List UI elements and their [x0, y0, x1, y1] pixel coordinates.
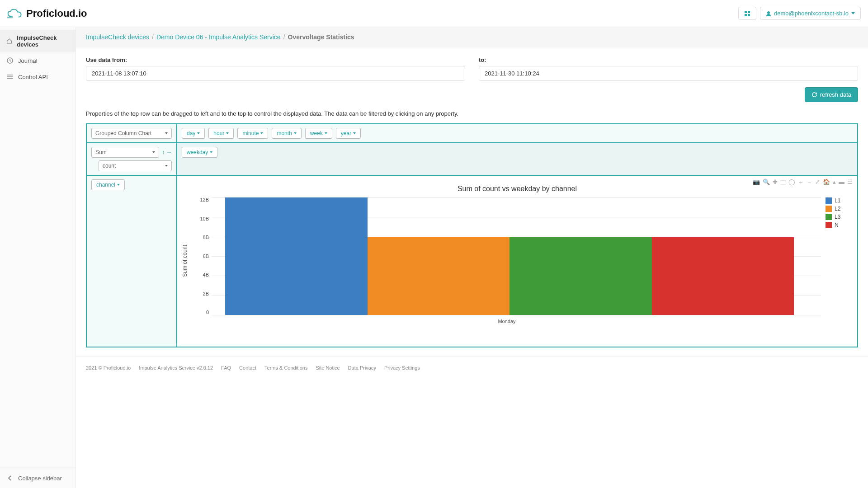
- aggregator-field-value: count: [103, 163, 116, 169]
- zoom-icon[interactable]: 🔍: [763, 178, 770, 187]
- zoom-out-icon[interactable]: －: [807, 178, 812, 187]
- clock-icon: [6, 57, 14, 64]
- footer-link-privacy-settings[interactable]: Privacy Settings: [384, 365, 420, 371]
- camera-icon[interactable]: 📷: [753, 178, 760, 187]
- legend-swatch: [826, 214, 832, 220]
- date-range-row: Use data from: to:: [86, 56, 858, 81]
- bars: [225, 197, 794, 315]
- content: Use data from: to: refresh data Properti…: [76, 47, 868, 357]
- sidebar-item-label: ImpulseCheck devices: [17, 34, 69, 48]
- chevron-down-icon: [210, 151, 212, 153]
- column-dims-cell: weekday: [177, 143, 858, 175]
- sidebar-item-impulsecheck-devices[interactable]: ImpulseCheck devices: [0, 30, 75, 52]
- legend-item-N[interactable]: N: [826, 222, 853, 228]
- y-tick: 4B: [193, 272, 209, 277]
- grid-icon: [744, 10, 750, 17]
- zoom-in-icon[interactable]: ＋: [798, 178, 804, 187]
- aggregator-field-select[interactable]: count: [99, 160, 172, 171]
- date-to-input[interactable]: [479, 66, 858, 81]
- dim-chip-month[interactable]: month: [272, 128, 301, 139]
- aggregator-select[interactable]: Sum: [91, 147, 159, 158]
- collapse-label: Collapse sidebar: [18, 475, 62, 482]
- refresh-icon: [811, 92, 817, 98]
- pan-icon[interactable]: ✚: [773, 178, 778, 187]
- sidebar-item-journal[interactable]: Journal: [0, 52, 75, 69]
- chevron-down-icon: [152, 151, 155, 153]
- sidebar-item-label: Control API: [18, 74, 48, 80]
- legend-item-L1[interactable]: L1: [826, 197, 853, 204]
- legend-item-L2[interactable]: L2: [826, 206, 853, 212]
- dim-chip-week[interactable]: week: [305, 128, 332, 139]
- chevron-down-icon: [226, 132, 229, 134]
- main: ImpulseCheck devices/Demo Device 06 - Im…: [76, 27, 868, 488]
- dim-chip-year[interactable]: year: [336, 128, 361, 139]
- y-axis-ticks: 12B10B8B6B4B2B0: [193, 197, 209, 315]
- chevron-left-icon: [6, 474, 14, 482]
- legend-swatch: [826, 206, 832, 212]
- y-tick: 6B: [193, 254, 209, 259]
- footer-link-contact[interactable]: Contact: [239, 365, 256, 371]
- user-menu-button[interactable]: demo@phoenixcontact-sb.io: [760, 7, 861, 20]
- legend-label: L2: [835, 206, 840, 212]
- dim-chip-minute[interactable]: minute: [237, 128, 268, 139]
- y-tick: 2B: [193, 291, 209, 296]
- chevron-down-icon: [851, 12, 855, 14]
- chart-toolbar: 📷 🔍 ✚ ⬚ ◯ ＋ － ⤢ 🏠 ▴ ▬ ☰: [753, 178, 853, 187]
- col-dim-chip-weekday[interactable]: weekday: [182, 147, 217, 158]
- lasso-icon[interactable]: ◯: [788, 178, 795, 187]
- legend-label: N: [835, 222, 839, 228]
- bar-L2[interactable]: [368, 237, 510, 315]
- reset-icon[interactable]: 🏠: [823, 178, 830, 187]
- sidebar: ImpulseCheck devicesJournalControl API C…: [0, 27, 76, 488]
- topbar-right: demo@phoenixcontact-sb.io: [738, 7, 861, 20]
- chevron-down-icon: [197, 132, 200, 134]
- footer: 2021 © Proficloud.ioImpulse Analytics Se…: [76, 357, 868, 379]
- breadcrumb-link[interactable]: ImpulseCheck devices: [86, 33, 149, 41]
- spike-icon[interactable]: ▴: [833, 178, 836, 187]
- legend-swatch: [826, 222, 832, 228]
- legend-item-L3[interactable]: L3: [826, 214, 853, 220]
- refresh-data-button[interactable]: refresh data: [805, 87, 858, 102]
- date-to-label: to:: [479, 56, 858, 63]
- row-dim-chip-channel[interactable]: channel: [91, 179, 125, 190]
- brand-logo: Proficloud.io: [7, 8, 87, 19]
- breadcrumb-current: Overvoltage Statistics: [288, 33, 354, 41]
- apps-button[interactable]: [738, 7, 756, 20]
- sidebar-item-control-api[interactable]: Control API: [0, 69, 75, 85]
- bar-L1[interactable]: [225, 197, 368, 315]
- sort-vertical-icon[interactable]: ↕: [162, 149, 165, 155]
- topbar: Proficloud.io demo@phoenixcontact-sb.io: [0, 0, 868, 27]
- y-tick: 8B: [193, 235, 209, 240]
- aggregator-cell: Sum ↕ ↔ count: [86, 143, 177, 175]
- date-from-input[interactable]: [86, 66, 465, 81]
- dim-chip-hour[interactable]: hour: [208, 128, 234, 139]
- compare-icon[interactable]: ☰: [847, 178, 853, 187]
- y-tick: 12B: [193, 197, 209, 202]
- brand-name: Proficloud.io: [26, 8, 87, 19]
- chevron-down-icon: [117, 184, 120, 186]
- footer-link-data-privacy[interactable]: Data Privacy: [348, 365, 376, 371]
- dim-chip-day[interactable]: day: [182, 128, 205, 139]
- collapse-sidebar-button[interactable]: Collapse sidebar: [0, 468, 75, 488]
- cloud-icon: [7, 8, 23, 19]
- chevron-down-icon: [353, 132, 356, 134]
- bar-N[interactable]: [652, 237, 794, 315]
- pivot-grid: Grouped Column Chart dayhourminutemonthw…: [86, 123, 858, 347]
- chart-legend: L1L2L3N: [826, 197, 853, 230]
- legend-label: L3: [835, 214, 840, 220]
- breadcrumb-link[interactable]: Demo Device 06 - Impulse Analytics Servi…: [156, 33, 281, 41]
- footer-link-site-notice[interactable]: Site Notice: [316, 365, 340, 371]
- plot-region: 12B10B8B6B4B2B0 Monday: [193, 197, 821, 324]
- footer-link-terms-conditions[interactable]: Terms & Conditions: [264, 365, 307, 371]
- hover-icon[interactable]: ▬: [839, 178, 844, 187]
- sort-horizontal-icon[interactable]: ↔: [166, 149, 172, 155]
- legend-swatch: [826, 197, 832, 204]
- chart-type-select[interactable]: Grouped Column Chart: [91, 128, 172, 139]
- autoscale-icon[interactable]: ⤢: [815, 178, 820, 187]
- user-icon: [766, 11, 771, 16]
- box-select-icon[interactable]: ⬚: [780, 178, 786, 187]
- aggregator-value: Sum: [95, 149, 107, 155]
- bar-L3[interactable]: [509, 237, 652, 315]
- footer-link-faq[interactable]: FAQ: [221, 365, 231, 371]
- chart-area: 📷 🔍 ✚ ⬚ ◯ ＋ － ⤢ 🏠 ▴ ▬ ☰ Sum of count vs …: [177, 175, 858, 347]
